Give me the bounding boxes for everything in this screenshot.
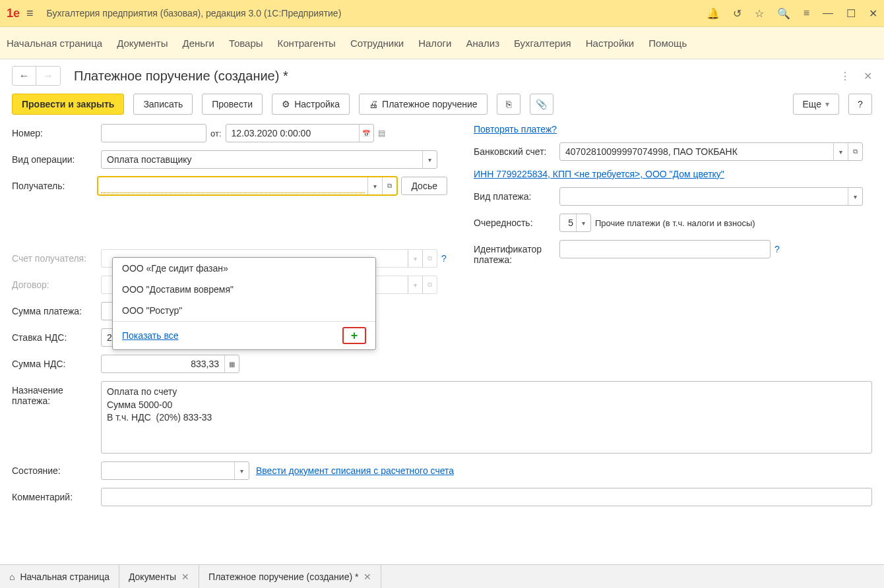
menu-analysis[interactable]: Анализ	[466, 38, 499, 49]
priority-input[interactable]: 5 ▾	[559, 214, 591, 232]
recipient-dropdown: ООО «Где сидит фазан» ООО "Доставим вовр…	[112, 257, 376, 350]
open-icon[interactable]: ⧉	[848, 143, 862, 160]
bank-account-value: 40702810099997074998, ПАО ТОКБАНК	[560, 143, 833, 160]
menu-start[interactable]: Начальная страница	[7, 38, 102, 49]
hamburger-icon[interactable]: ≡	[26, 7, 34, 20]
repeat-payment-link[interactable]: Повторять платеж?	[474, 124, 557, 134]
help-icon[interactable]: ?	[774, 244, 780, 254]
document-title: Платежное поручение (создание) *	[74, 69, 840, 84]
status-select[interactable]: ▾	[101, 461, 249, 480]
comment-label: Комментарий:	[12, 488, 101, 502]
nav-back-button[interactable]: ←	[13, 67, 36, 85]
chevron-down-icon[interactable]: ▾	[408, 276, 422, 293]
tab-home[interactable]: ⌂ Начальная страница	[0, 565, 119, 588]
tab-label: Начальная страница	[20, 572, 109, 582]
chevron-down-icon[interactable]: ▾	[833, 143, 848, 160]
print-button[interactable]: 🖨Платежное поручение	[359, 94, 488, 115]
chevron-down-icon[interactable]: ▾	[422, 151, 437, 168]
post-button[interactable]: Провести	[202, 94, 263, 115]
minimize-icon[interactable]: —	[823, 7, 833, 20]
attach-icon-button[interactable]: 📎	[530, 94, 553, 115]
operation-label: Вид операции:	[12, 150, 101, 165]
purpose-textarea[interactable]: Оплата по счету Сумма 5000-00 В т.ч. НДС…	[101, 381, 872, 454]
maximize-icon[interactable]: ☐	[846, 7, 856, 20]
recipient-input[interactable]: ▾ ⧉	[98, 177, 397, 195]
operation-select[interactable]: Оплата поставщику ▾	[101, 150, 437, 169]
chevron-down-icon[interactable]: ▾	[848, 188, 862, 205]
dropdown-item[interactable]: ООО «Где сидит фазан»	[113, 258, 375, 279]
date-value: 12.03.2020 0:00:00	[226, 125, 359, 142]
close-icon[interactable]: ✕	[363, 572, 371, 582]
toolbar: Провести и закрыть Записать Провести ⚙На…	[12, 94, 872, 115]
menu-contractors[interactable]: Контрагенты	[278, 38, 336, 49]
chevron-down-icon[interactable]: ▾	[234, 462, 249, 479]
date-input[interactable]: 12.03.2020 0:00:00 📅	[226, 124, 374, 142]
dropdown-item[interactable]: ООО "Доставим вовремя"	[113, 279, 375, 300]
open-icon[interactable]: ⧉	[422, 250, 437, 267]
menu-accounting[interactable]: Бухгалтерия	[514, 38, 571, 49]
payment-type-value	[560, 188, 848, 205]
identifier-label: Идентификатор платежа:	[474, 240, 559, 265]
vat-sum-input[interactable]: 833,33 ▦	[101, 355, 239, 373]
recipient-account-label: Счет получателя:	[12, 249, 101, 264]
from-label: от:	[210, 129, 222, 138]
help-icon[interactable]: ?	[441, 253, 447, 264]
number-input[interactable]	[101, 124, 206, 142]
menu-employees[interactable]: Сотрудники	[350, 38, 404, 49]
tab-payment-order[interactable]: Платежное поручение (создание) * ✕	[199, 565, 381, 588]
nav-forward-button[interactable]: →	[36, 67, 60, 85]
chevron-down-icon[interactable]: ▾	[408, 250, 422, 267]
close-icon[interactable]: ✕	[869, 7, 877, 20]
sum-label: Сумма платежа:	[12, 302, 101, 316]
priority-description: Прочие платежи (в т.ч. налоги и взносы)	[595, 218, 755, 228]
vat-sum-label: Сумма НДС:	[12, 355, 101, 369]
inn-link[interactable]: ИНН 7799225834, КПП <не требуется>, ООО …	[474, 169, 724, 179]
chevron-down-icon[interactable]: ▾	[576, 214, 590, 231]
comment-input[interactable]	[101, 488, 872, 506]
tab-documents[interactable]: Документы ✕	[119, 565, 199, 588]
settings-button[interactable]: ⚙Настройка	[272, 94, 350, 115]
post-and-close-button[interactable]: Провести и закрыть	[12, 94, 124, 115]
number-label: Номер:	[12, 124, 101, 138]
dropdown-item[interactable]: ООО "Ростур"	[113, 300, 375, 321]
menu-documents[interactable]: Документы	[117, 38, 168, 49]
print-label: Платежное поручение	[382, 99, 478, 109]
show-all-link[interactable]: Показать все	[122, 330, 178, 341]
kebab-icon[interactable]: ⋮	[840, 70, 850, 82]
save-button[interactable]: Записать	[133, 94, 193, 115]
home-icon: ⌂	[9, 572, 15, 582]
search-icon[interactable]: 🔍	[777, 7, 790, 20]
tab-label: Документы	[129, 572, 176, 582]
menu-money[interactable]: Деньги	[182, 38, 214, 49]
bank-account-input[interactable]: 40702810099997074998, ПАО ТОКБАНК ▾ ⧉	[559, 142, 863, 161]
status-label: Состояние:	[12, 461, 101, 476]
calc-icon[interactable]: ▦	[224, 355, 239, 372]
contract-label: Договор:	[12, 276, 101, 290]
menu-help[interactable]: Помощь	[648, 38, 687, 49]
payment-type-select[interactable]: ▾	[559, 187, 863, 206]
close-icon[interactable]: ✕	[181, 572, 189, 582]
open-icon[interactable]: ⧉	[382, 177, 396, 194]
history-icon[interactable]: ↺	[733, 7, 742, 20]
close-tab-icon[interactable]: ✕	[864, 70, 872, 82]
help-button[interactable]: ?	[848, 94, 872, 115]
add-new-button[interactable]: +	[342, 327, 366, 344]
app-title: Бухгалтерия предприятия (базовая), редак…	[47, 8, 707, 18]
identifier-input[interactable]	[559, 240, 771, 258]
purpose-label: Назначение платежа:	[12, 381, 101, 406]
menu-taxes[interactable]: Налоги	[418, 38, 451, 49]
more-button[interactable]: Еще ▾	[793, 94, 840, 115]
status-value	[102, 462, 234, 479]
structure-icon-button[interactable]: ⎘	[497, 94, 521, 115]
chevron-down-icon[interactable]: ▾	[367, 177, 382, 194]
list-icon[interactable]: ▤	[378, 129, 385, 138]
filter-icon[interactable]: ≡	[804, 7, 809, 20]
menu-settings[interactable]: Настройки	[586, 38, 635, 49]
bell-icon[interactable]: 🔔	[707, 7, 720, 20]
open-icon[interactable]: ⧉	[422, 276, 437, 293]
writeoff-link[interactable]: Ввести документ списания с расчетного сч…	[256, 465, 454, 476]
menu-goods[interactable]: Товары	[229, 38, 263, 49]
dossier-button[interactable]: Досье	[401, 177, 447, 195]
star-icon[interactable]: ☆	[755, 7, 764, 20]
calendar-icon[interactable]: 📅	[359, 125, 373, 142]
